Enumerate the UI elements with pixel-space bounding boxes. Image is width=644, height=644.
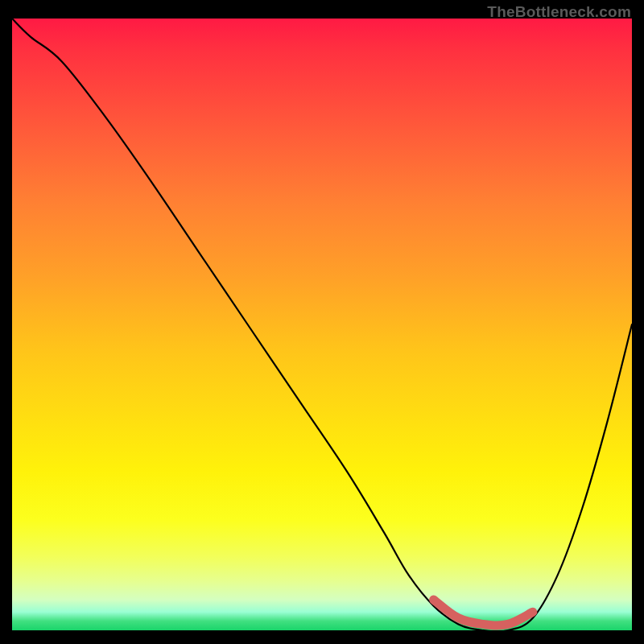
chart-svg bbox=[12, 19, 632, 630]
chart-frame: TheBottleneck.com bbox=[0, 0, 644, 644]
trough-marker bbox=[434, 600, 533, 625]
bottleneck-curve bbox=[12, 19, 632, 630]
plot-area bbox=[12, 19, 632, 630]
